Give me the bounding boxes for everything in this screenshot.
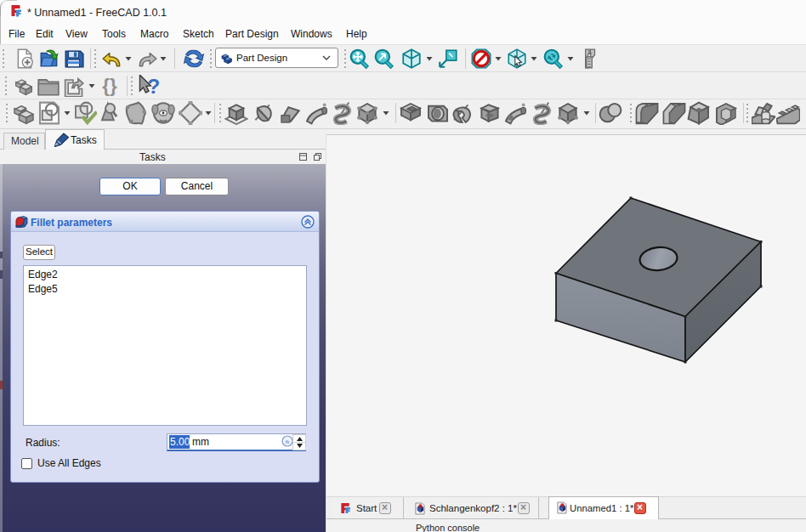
svg-text:{}: {} xyxy=(102,75,117,96)
